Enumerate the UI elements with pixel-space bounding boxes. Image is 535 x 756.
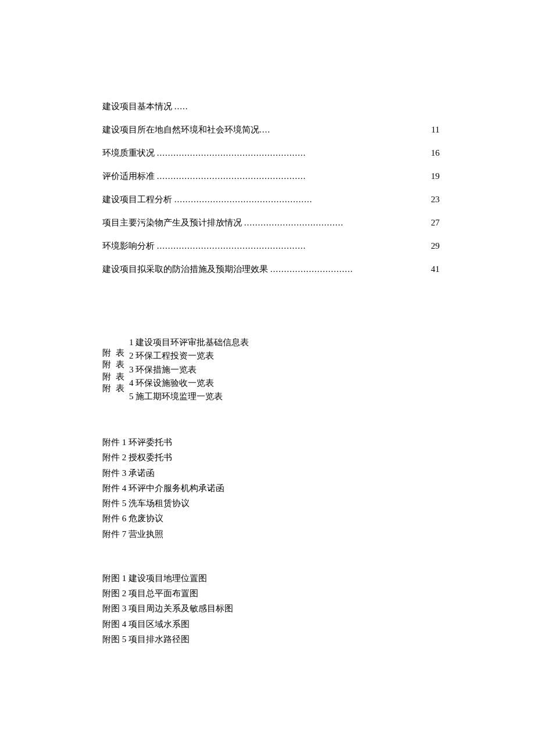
toc-entry: 建设项目基本情况 ..... bbox=[102, 101, 440, 113]
appendix-table-label: 附 表 bbox=[102, 347, 126, 359]
toc-page: 16 bbox=[429, 147, 440, 159]
attachments-section: 附件 1 环评委托书 附件 2 授权委托书 附件 3 承诺函 附件 4 环评中介… bbox=[102, 435, 440, 542]
attachment-item: 附件 1 环评委托书 bbox=[102, 435, 440, 450]
appendix-table-item: 2 环保工程投资一览表 bbox=[129, 349, 249, 363]
appendix-table-label: 附 表 bbox=[102, 359, 126, 370]
figure-item: 附图 2 项目总平面布置图 bbox=[102, 586, 440, 601]
appendix-tables-section: 附 表 附 表 附 表 附 表 1 建设项目环评审批基础信息表 2 环保工程投资… bbox=[102, 336, 440, 406]
toc-dots: ........................................… bbox=[157, 171, 306, 181]
figure-item: 附图 3 项目周边关系及敏感目标图 bbox=[102, 601, 440, 616]
toc-dots: ..... bbox=[174, 102, 188, 111]
toc-page: 19 bbox=[429, 170, 440, 182]
document-content: 建设项目基本情况 ..... 建设项目所在地自然环境和社会环境简况.... 11… bbox=[102, 101, 440, 676]
toc-entry: 环境影响分析 .................................… bbox=[102, 240, 440, 252]
toc-dots: ........................................… bbox=[174, 195, 313, 204]
appendix-table-label: 附 表 bbox=[102, 371, 126, 382]
toc-entry: 评价适用标准 .................................… bbox=[102, 170, 440, 182]
table-of-contents: 建设项目基本情况 ..... 建设项目所在地自然环境和社会环境简况.... 11… bbox=[102, 101, 440, 275]
toc-title: 环境影响分析 bbox=[102, 241, 155, 250]
figure-item: 附图 1 建设项目地理位置图 bbox=[102, 571, 440, 586]
appendix-table-item: 5 施工期环境监理一览表 bbox=[129, 390, 249, 403]
toc-page: 29 bbox=[429, 240, 440, 252]
attachment-item: 附件 5 洗车场租赁协议 bbox=[102, 496, 440, 511]
toc-page: 23 bbox=[429, 194, 440, 206]
toc-title: 建设项目基本情况 bbox=[102, 102, 172, 111]
appendix-table-items: 1 建设项目环评审批基础信息表 2 环保工程投资一览表 3 环保措施一览表 4 … bbox=[129, 336, 249, 403]
figure-item: 附图 5 项目排水路径图 bbox=[102, 632, 440, 647]
toc-entry: 建设项目拟采取的防治措施及预期治理效果 ....................… bbox=[102, 263, 440, 275]
toc-title: 项目主要污染物产生及预计排放情况 bbox=[102, 218, 242, 227]
attachment-item: 附件 6 危废协议 bbox=[102, 511, 440, 526]
toc-title: 评价适用标准 bbox=[102, 171, 155, 181]
toc-entry: 建设项目所在地自然环境和社会环境简况.... 11 bbox=[102, 124, 440, 136]
toc-dots: ........................................… bbox=[157, 148, 306, 157]
toc-dots: ........................................… bbox=[157, 241, 306, 250]
toc-entry: 建设项目工程分析 ...............................… bbox=[102, 194, 440, 206]
toc-dots: .............................. bbox=[270, 264, 354, 274]
toc-entry: 环境质重状况 .................................… bbox=[102, 147, 440, 159]
attachment-item: 附件 7 营业执照 bbox=[102, 526, 440, 542]
appendix-table-item: 1 建设项目环评审批基础信息表 bbox=[129, 336, 249, 349]
toc-title: 环境质重状况 bbox=[102, 148, 155, 157]
attachment-item: 附件 4 环评中介服务机构承诺函 bbox=[102, 481, 440, 496]
toc-title: 建设项目所在地自然环境和社会环境简况 bbox=[102, 125, 259, 134]
appendix-table-labels: 附 表 附 表 附 表 附 表 bbox=[102, 347, 126, 394]
toc-entry: 项目主要污染物产生及预计排放情况 .......................… bbox=[102, 217, 440, 229]
toc-page: 27 bbox=[429, 217, 440, 229]
toc-title: 建设项目拟采取的防治措施及预期治理效果 bbox=[102, 264, 268, 274]
appendix-table-item: 3 环保措施一览表 bbox=[129, 363, 249, 377]
toc-page: 41 bbox=[429, 263, 440, 275]
toc-dots: .................................... bbox=[244, 218, 344, 227]
figure-item: 附图 4 项目区域水系图 bbox=[102, 617, 440, 632]
attachment-item: 附件 2 授权委托书 bbox=[102, 450, 440, 465]
appendix-table-item: 4 环保设施验收一览表 bbox=[129, 377, 249, 390]
figures-section: 附图 1 建设项目地理位置图 附图 2 项目总平面布置图 附图 3 项目周边关系… bbox=[102, 571, 440, 647]
toc-page: 11 bbox=[431, 124, 440, 136]
toc-dots: .... bbox=[259, 125, 270, 134]
toc-title: 建设项目工程分析 bbox=[102, 195, 172, 204]
attachment-item: 附件 3 承诺函 bbox=[102, 465, 440, 481]
appendix-table-label: 附 表 bbox=[102, 382, 126, 394]
